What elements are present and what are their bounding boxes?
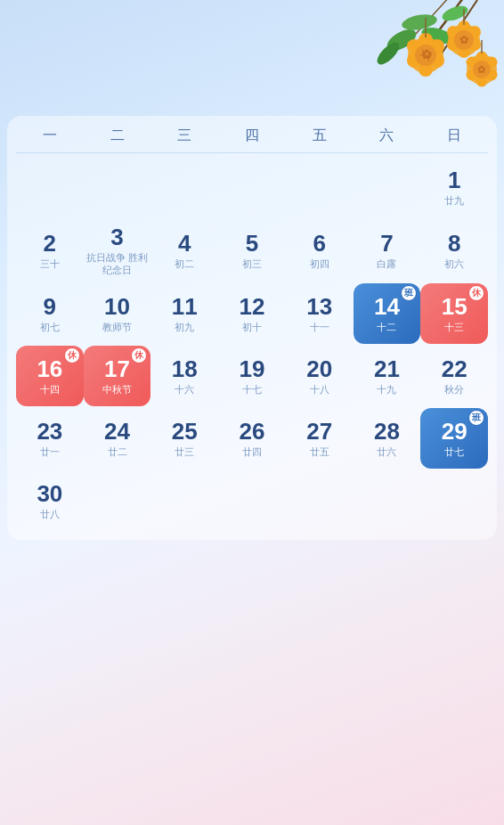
day-cell[interactable]: 3抗日战争 胜利纪念日 (84, 219, 151, 282)
weekday-label: 四 (218, 127, 286, 145)
day-cell[interactable]: 19十七 (218, 346, 286, 406)
day-number: 10 (104, 294, 130, 320)
day-number: 28 (374, 419, 400, 445)
day-cell[interactable]: 2三十 (16, 219, 84, 282)
day-cell[interactable]: 22秋分 (420, 346, 488, 406)
day-cell (354, 157, 421, 217)
day-lunar: 初九 (175, 321, 194, 333)
day-lunar: 十九 (377, 383, 396, 396)
day-cell[interactable]: 26廿四 (218, 408, 286, 469)
day-cell[interactable]: 7白露 (354, 219, 421, 282)
day-cell (218, 157, 286, 217)
day-lunar: 初四 (310, 257, 329, 270)
day-number: 2 (44, 231, 56, 257)
day-cell[interactable]: 28廿六 (354, 408, 421, 469)
day-cell[interactable]: 20十八 (286, 346, 354, 406)
day-lunar: 中秋节 (102, 383, 132, 396)
day-cell[interactable]: 10教师节 (84, 283, 151, 344)
day-cell[interactable]: 25廿三 (150, 408, 218, 469)
day-badge: 休 (131, 347, 147, 363)
day-number: 14 (374, 294, 400, 320)
day-badge: 休 (468, 285, 484, 301)
day-cell (286, 470, 354, 531)
day-cell[interactable]: 休17中秋节 (84, 346, 151, 406)
day-cell[interactable]: 1廿九 (420, 157, 488, 217)
day-lunar: 抗日战争 胜利纪念日 (85, 251, 150, 277)
day-cell (84, 157, 151, 217)
day-cell (84, 470, 151, 531)
day-badge: 休 (64, 347, 80, 363)
day-lunar: 廿九 (444, 194, 464, 207)
day-cell[interactable]: 23廿一 (16, 408, 84, 469)
day-number: 20 (306, 356, 332, 382)
day-lunar: 初六 (444, 257, 464, 270)
day-cell (354, 470, 421, 531)
day-cell[interactable]: 13十一 (286, 283, 354, 344)
day-cell[interactable]: 4初二 (150, 219, 218, 282)
day-cell[interactable]: 休16十四 (16, 346, 84, 406)
day-cell[interactable]: 18十六 (150, 346, 218, 406)
day-number: 23 (37, 419, 62, 445)
weekday-label: 六 (354, 127, 421, 145)
day-cell[interactable]: 休15十三 (420, 283, 488, 344)
day-lunar: 廿二 (108, 445, 127, 458)
weekday-label: 五 (286, 127, 354, 145)
day-cell[interactable]: 30廿八 (16, 470, 84, 531)
day-lunar: 三十 (40, 257, 60, 270)
day-cell[interactable]: 5初三 (218, 219, 286, 282)
day-lunar: 白露 (377, 257, 396, 270)
day-cell[interactable]: 12初十 (218, 283, 286, 344)
day-cell[interactable]: 9初七 (16, 283, 84, 344)
day-cell (150, 470, 218, 531)
day-cell[interactable]: 6初四 (286, 219, 354, 282)
day-number: 16 (37, 356, 62, 382)
day-lunar: 廿六 (377, 445, 396, 458)
day-lunar: 十三 (444, 321, 464, 333)
weekday-label: 一 (16, 127, 84, 145)
day-lunar: 秋分 (444, 383, 464, 396)
day-number: 30 (37, 481, 62, 507)
day-number: 11 (172, 294, 198, 320)
day-cell (16, 157, 84, 217)
day-cell (218, 470, 286, 531)
day-number: 22 (442, 356, 467, 382)
weekday-label: 三 (150, 127, 218, 145)
header (0, 0, 504, 116)
day-badge: 班 (401, 285, 417, 301)
weekday-header: 一二三四五六日 (16, 116, 488, 153)
day-number: 13 (306, 294, 332, 320)
day-lunar: 廿四 (242, 445, 262, 458)
weekday-label: 二 (84, 127, 151, 145)
day-number: 21 (374, 356, 400, 382)
day-number: 24 (104, 419, 130, 445)
day-number: 27 (306, 419, 332, 445)
day-number: 1 (448, 167, 460, 193)
calendar-body: 一二三四五六日 1廿九2三十3抗日战争 胜利纪念日4初二5初三6初四7白露8初六… (7, 116, 497, 540)
day-number: 7 (380, 231, 393, 257)
day-cell[interactable]: 27廿五 (286, 408, 354, 469)
day-lunar: 廿七 (444, 445, 464, 458)
day-cell[interactable]: 班14十二 (354, 283, 421, 344)
day-cell[interactable]: 21十九 (354, 346, 421, 406)
day-number: 4 (178, 231, 191, 257)
day-cell[interactable]: 8初六 (420, 219, 488, 282)
day-lunar: 十一 (310, 321, 329, 333)
day-number: 8 (448, 231, 460, 257)
day-lunar: 廿三 (175, 445, 194, 458)
day-cell[interactable]: 24廿二 (84, 408, 151, 469)
day-badge: 班 (468, 410, 484, 426)
day-cell[interactable]: 11初九 (150, 283, 218, 344)
day-cell (150, 157, 218, 217)
day-lunar: 廿八 (40, 508, 60, 520)
day-lunar: 十二 (377, 321, 396, 333)
day-number: 29 (442, 419, 467, 445)
weekday-label: 日 (420, 127, 488, 145)
day-lunar: 十八 (310, 383, 329, 396)
day-number: 12 (240, 294, 265, 320)
day-lunar: 初十 (242, 321, 262, 333)
day-number: 9 (44, 294, 56, 320)
day-lunar: 初二 (175, 257, 194, 270)
day-number: 26 (240, 419, 265, 445)
day-cell[interactable]: 班29廿七 (420, 408, 488, 469)
day-number: 3 (110, 225, 123, 250)
